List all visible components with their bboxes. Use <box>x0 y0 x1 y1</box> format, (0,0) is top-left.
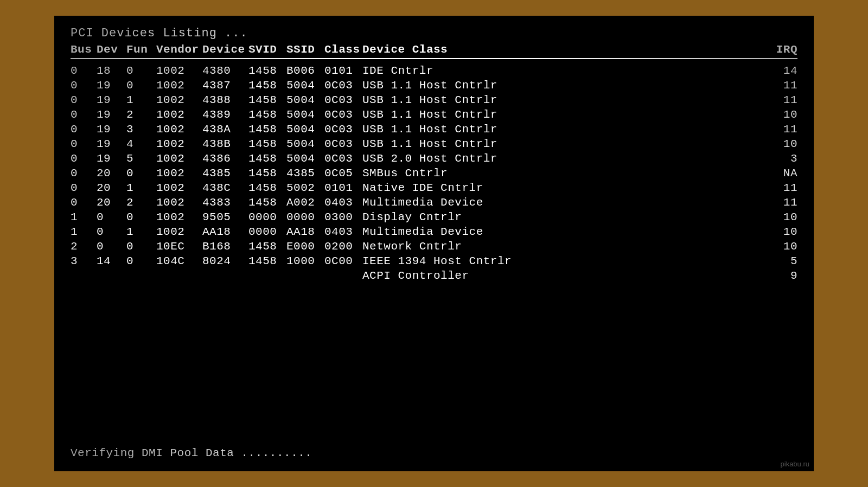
cell-fun: 0 <box>126 167 156 180</box>
cell-irq: NA <box>768 167 797 180</box>
cell-devclass: Multimedia Device <box>362 196 768 209</box>
cell-bus: 2 <box>71 240 97 253</box>
header-devclass: Device Class <box>362 43 768 56</box>
table-header: Bus Dev Fun Vendor Device SVID SSID Clas… <box>71 43 797 59</box>
cell-irq: 10 <box>768 240 797 253</box>
cell-class: 0300 <box>324 211 362 223</box>
cell-svid: 0000 <box>248 226 286 238</box>
cell-ssid: 5004 <box>286 152 324 165</box>
cell-ssid: 5004 <box>286 79 324 92</box>
cell-dev: 19 <box>97 152 126 165</box>
cell-dev: 0 <box>97 226 126 238</box>
header-irq: IRQ <box>768 43 797 56</box>
cell-irq: 10 <box>768 108 797 121</box>
cell-irq: 10 <box>768 226 797 238</box>
cell-dev: 18 <box>97 65 126 77</box>
cell-svid <box>248 270 286 282</box>
cell-svid: 1458 <box>248 167 286 180</box>
cell-vendor: 1002 <box>156 226 202 238</box>
cell-device: AA18 <box>202 226 248 238</box>
cell-svid: 1458 <box>248 255 286 267</box>
cell-devclass: Network Cntrlr <box>362 240 768 253</box>
cell-vendor: 104C <box>156 255 202 267</box>
cell-device: 4389 <box>202 108 248 121</box>
cell-devclass: Native IDE Cntrlr <box>362 182 768 194</box>
cell-bus: 0 <box>71 196 97 209</box>
cell-class: 0C00 <box>324 255 362 267</box>
cell-svid: 0000 <box>248 211 286 223</box>
cell-dev: 20 <box>97 196 126 209</box>
cell-ssid: 4385 <box>286 167 324 180</box>
cell-dev: 19 <box>97 108 126 121</box>
cell-fun: 4 <box>126 138 156 150</box>
cell-ssid: 5004 <box>286 108 324 121</box>
cell-device <box>202 270 248 282</box>
cell-dev: 19 <box>97 79 126 92</box>
cell-ssid: E000 <box>286 240 324 253</box>
cell-fun: 3 <box>126 123 156 136</box>
cell-vendor: 1002 <box>156 65 202 77</box>
table-row: 0 18 0 1002 4380 1458 B006 0101 IDE Cntr… <box>71 63 797 78</box>
cell-devclass: Multimedia Device <box>362 226 768 238</box>
cell-class: 0101 <box>324 182 362 194</box>
cell-irq: 11 <box>768 94 797 106</box>
cell-bus: 0 <box>71 79 97 92</box>
cell-bus: 0 <box>71 123 97 136</box>
cell-device: 4388 <box>202 94 248 106</box>
cell-vendor: 1002 <box>156 123 202 136</box>
table-row: 0 19 0 1002 4387 1458 5004 0C03 USB 1.1 … <box>71 78 797 93</box>
table-row: 0 19 4 1002 438B 1458 5004 0C03 USB 1.1 … <box>71 137 797 151</box>
cell-bus: 0 <box>71 138 97 150</box>
cell-irq: 11 <box>768 196 797 209</box>
cell-devclass: USB 1.1 Host Cntrlr <box>362 79 768 92</box>
cell-svid: 1458 <box>248 123 286 136</box>
cell-bus: 0 <box>71 182 97 194</box>
cell-svid: 1458 <box>248 94 286 106</box>
table-row: 2 0 0 10EC B168 1458 E000 0200 Network C… <box>71 239 797 254</box>
cell-irq: 3 <box>768 152 797 165</box>
cell-fun: 0 <box>126 211 156 223</box>
cell-dev <box>97 270 126 282</box>
cell-ssid: 5004 <box>286 138 324 150</box>
cell-irq: 11 <box>768 79 797 92</box>
cell-dev: 19 <box>97 94 126 106</box>
table-row: 3 14 0 104C 8024 1458 1000 0C00 IEEE 139… <box>71 254 797 268</box>
cell-devclass: USB 1.1 Host Cntrlr <box>362 94 768 106</box>
cell-device: B168 <box>202 240 248 253</box>
cell-ssid: 5002 <box>286 182 324 194</box>
cell-svid: 1458 <box>248 152 286 165</box>
table-row: 0 20 0 1002 4385 1458 4385 0C05 SMBus Cn… <box>71 166 797 181</box>
cell-dev: 14 <box>97 255 126 267</box>
cell-svid: 1458 <box>248 108 286 121</box>
cell-vendor: 1002 <box>156 94 202 106</box>
cell-vendor: 10EC <box>156 240 202 253</box>
cell-bus: 0 <box>71 167 97 180</box>
cell-class: 0403 <box>324 196 362 209</box>
screen-title: PCI Devices Listing ... <box>71 27 797 40</box>
cell-vendor <box>156 270 202 282</box>
cell-vendor: 1002 <box>156 182 202 194</box>
cell-class: 0C03 <box>324 123 362 136</box>
header-svid: SVID <box>248 43 286 56</box>
cell-dev: 19 <box>97 123 126 136</box>
table-row: ACPI Controller 9 <box>71 268 797 283</box>
cell-svid: 1458 <box>248 182 286 194</box>
cell-ssid: 5004 <box>286 94 324 106</box>
cell-fun: 2 <box>126 108 156 121</box>
cell-dev: 19 <box>97 138 126 150</box>
cell-class: 0200 <box>324 240 362 253</box>
cell-ssid: AA18 <box>286 226 324 238</box>
cell-devclass: IEEE 1394 Host Cntrlr <box>362 255 768 267</box>
cell-svid: 1458 <box>248 65 286 77</box>
cell-irq: 10 <box>768 211 797 223</box>
cell-class: 0C03 <box>324 138 362 150</box>
header-class: Class <box>324 43 362 56</box>
cell-device: 4380 <box>202 65 248 77</box>
cell-class: 0C05 <box>324 167 362 180</box>
cell-irq: 9 <box>768 270 797 282</box>
cell-irq: 11 <box>768 123 797 136</box>
cell-device: 438A <box>202 123 248 136</box>
cell-device: 4385 <box>202 167 248 180</box>
table-row: 1 0 1 1002 AA18 0000 AA18 0403 Multimedi… <box>71 225 797 239</box>
cell-device: 8024 <box>202 255 248 267</box>
